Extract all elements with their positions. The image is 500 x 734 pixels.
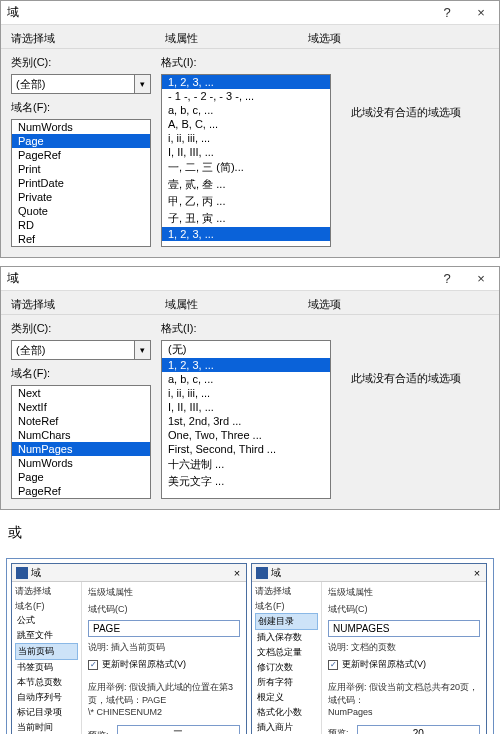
section-headers: 请选择域 域属性 域选项 (1, 291, 499, 315)
format-list[interactable]: 1, 2, 3, ...- 1 -, - 2 -, - 3 -, ...a, b… (161, 74, 331, 247)
close-icon[interactable]: × (468, 567, 486, 579)
list-item[interactable]: RD (12, 218, 150, 232)
list-item[interactable]: 书签页码 (15, 660, 78, 675)
list-item[interactable]: NumWords (12, 456, 150, 470)
list-item[interactable]: i, ii, iii, ... (162, 386, 330, 400)
code-input[interactable]: NUMPAGES (328, 620, 480, 637)
section-headers: 请选择域 域属性 域选项 (1, 25, 499, 49)
code-input[interactable]: PAGE (88, 620, 240, 637)
fieldname-list[interactable]: NextNextIfNoteRefNumCharsNumPagesNumWord… (11, 385, 151, 499)
list-item[interactable]: a, b, c, ... (162, 372, 330, 386)
format-list[interactable]: (无)1, 2, 3, ...a, b, c, ...i, ii, iii, .… (161, 340, 331, 499)
list-item[interactable]: NumPages (12, 442, 150, 456)
mini-titlebar: 域 × (252, 564, 486, 582)
list-item[interactable]: 本节总页数 (15, 675, 78, 690)
list-item[interactable]: 根定义 (255, 690, 318, 705)
no-option-text: 此域没有合适的域选项 (341, 55, 489, 120)
list-item[interactable]: (无) (162, 341, 330, 358)
list-item[interactable]: 插入商片 (255, 720, 318, 734)
help-button[interactable]: ? (431, 268, 463, 290)
list-item[interactable]: NumWords (12, 120, 150, 134)
checkbox-icon: ✓ (328, 660, 338, 670)
fieldname-list[interactable]: NumWordsPagePageRefPrintPrintDatePrivate… (11, 119, 151, 247)
list-item[interactable]: 甲, 乙, 丙 ... (162, 193, 330, 210)
close-button[interactable]: × (463, 2, 499, 24)
list-item[interactable]: PrintDate (12, 176, 150, 190)
help-button[interactable]: ? (431, 2, 463, 24)
list-item[interactable]: 当前页码 (15, 643, 78, 660)
list-item[interactable]: i, ii, iii, ... (162, 131, 330, 145)
list-item[interactable]: 1, 2, 3, ... (162, 358, 330, 372)
list-item[interactable]: A, B, C, ... (162, 117, 330, 131)
mini-dialog-numpages: 域 × 请选择域 域名(F) 创建目录插入保存数文档总定量修订次数所有字符根定义… (251, 563, 487, 734)
category-label: 类别(C): (11, 55, 151, 70)
app-icon (16, 567, 28, 579)
list-item[interactable]: a, b, c, ... (162, 103, 330, 117)
list-item[interactable]: Print (12, 162, 150, 176)
close-button[interactable]: × (463, 268, 499, 290)
list-item[interactable]: 子, 丑, 寅 ... (162, 210, 330, 227)
list-item[interactable]: PageRef (12, 484, 150, 498)
list-item[interactable]: 一, 二, 三 (简)... (162, 159, 330, 176)
list-item[interactable]: 标记目录项 (15, 705, 78, 720)
list-item[interactable]: NoteRef (12, 414, 150, 428)
dialog-title: 域 (7, 4, 431, 21)
list-item[interactable]: One, Two, Three ... (162, 428, 330, 442)
list-item[interactable]: 1, 2, 3, ... (162, 227, 330, 241)
list-item[interactable]: I, II, III, ... (162, 145, 330, 159)
list-item[interactable]: PageRef (12, 148, 150, 162)
mini-field-list[interactable]: 创建目录插入保存数文档总定量修订次数所有字符根定义格式化小数插入商片插入文档插入… (255, 613, 318, 734)
list-item[interactable]: 插入保存数 (255, 630, 318, 645)
list-item[interactable]: Next (12, 386, 150, 400)
list-item[interactable]: Ref (12, 232, 150, 246)
mini-field-list[interactable]: 公式跳至文件当前页码书签页码本节总页数自动序列号标记目录项当前时间打印时间创建时… (15, 613, 78, 734)
chevron-down-icon: ▾ (134, 75, 150, 93)
preserve-format-check[interactable]: ✓ 更新时保留原格式(V) (88, 658, 240, 671)
list-item[interactable]: 格式化小数 (255, 705, 318, 720)
close-icon[interactable]: × (228, 567, 246, 579)
list-item[interactable]: 跳至文件 (15, 628, 78, 643)
list-item[interactable]: 十六进制 ... (162, 456, 330, 473)
list-item[interactable]: 公式 (15, 613, 78, 628)
list-item[interactable]: 所有字符 (255, 675, 318, 690)
list-item[interactable]: 1, 2, 3, ... (162, 75, 330, 89)
format-label: 格式(I): (161, 321, 331, 336)
list-item[interactable]: - 1 -, - 2 -, - 3 -, ... (162, 89, 330, 103)
list-item[interactable]: 美元文字 ... (162, 473, 330, 490)
list-item[interactable]: 修订次数 (255, 660, 318, 675)
list-item[interactable]: NumChars (12, 428, 150, 442)
mini-right-panel: 塩级域属性 域代码(C) NUMPAGES 说明: 文档的页数 ✓ 更新时保留原… (322, 582, 486, 734)
mini-title: 域 (31, 566, 228, 580)
list-item[interactable]: I, II, III, ... (162, 400, 330, 414)
check-label: 更新时保留原格式(V) (342, 658, 426, 671)
list-item[interactable]: 当前时间 (15, 720, 78, 734)
list-item[interactable]: Private (12, 190, 150, 204)
checkbox-icon: ✓ (88, 660, 98, 670)
list-item[interactable]: 创建目录 (255, 613, 318, 630)
example-note: 应用举例: 假设插入此域的位置在第3页，域代码：PAGE \* CHINESEN… (88, 681, 240, 717)
dialog-title: 域 (7, 270, 431, 287)
mini-fname-label: 域名(F) (255, 600, 318, 613)
fieldname-label: 域名(F): (11, 100, 151, 115)
list-item[interactable]: NextIf (12, 400, 150, 414)
mini-dialog-page: 域 × 请选择域 域名(F) 公式跳至文件当前页码书签页码本节总页数自动序列号标… (11, 563, 247, 734)
list-item[interactable]: Quote (12, 204, 150, 218)
category-value: (全部) (12, 341, 134, 359)
mini-dialog-row: 域 × 请选择域 域名(F) 公式跳至文件当前页码书签页码本节总页数自动序列号标… (6, 558, 494, 734)
preserve-format-check[interactable]: ✓ 更新时保留原格式(V) (328, 658, 480, 671)
header-field-options: 域选项 (308, 31, 341, 46)
category-select[interactable]: (全部) ▾ (11, 340, 151, 360)
list-item[interactable]: 自动序列号 (15, 690, 78, 705)
list-item[interactable]: Page (12, 470, 150, 484)
field-dialog-page: 域 ? × 请选择域 域属性 域选项 类别(C): (全部) ▾ 域名(F): … (0, 0, 500, 258)
list-item[interactable]: 文档总定量 (255, 645, 318, 660)
category-select[interactable]: (全部) ▾ (11, 74, 151, 94)
chevron-down-icon: ▾ (134, 341, 150, 359)
list-item[interactable]: First, Second, Third ... (162, 442, 330, 456)
list-item[interactable]: 壹, 贰, 叁 ... (162, 176, 330, 193)
list-item[interactable]: 1st, 2nd, 3rd ... (162, 414, 330, 428)
mini-select-label: 请选择域 (255, 585, 318, 598)
list-item[interactable]: Page (12, 134, 150, 148)
field-dialog-numpages: 域 ? × 请选择域 域属性 域选项 类别(C): (全部) ▾ 域名(F): … (0, 266, 500, 510)
code-desc: 说明: 插入当前页码 (88, 641, 240, 654)
